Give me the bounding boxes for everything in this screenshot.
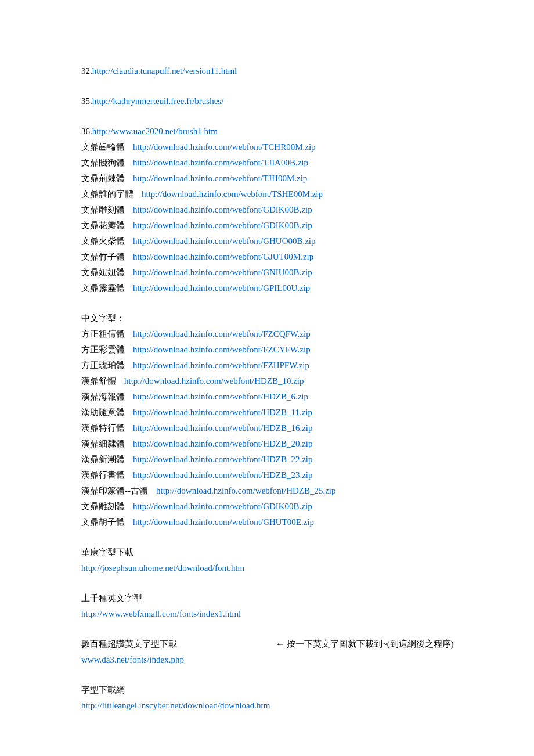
- font-row: 漢助隨意體http://download.hzinfo.com/webfont/…: [81, 405, 453, 420]
- heading-text: 數百種超讚英文字型下載: [81, 639, 177, 649]
- section-title: 數百種超讚英文字型下載← 按一下英文字圖就下載到~(到這網後之程序): [81, 637, 453, 651]
- font-label: 漢助隨意體: [81, 408, 125, 417]
- section-title: 中文字型：: [81, 311, 453, 326]
- url-link[interactable]: http://josephsun.uhome.net/download/font…: [81, 563, 244, 573]
- font-label: 漢鼎舒體: [81, 376, 116, 386]
- font-row: 文鼎雕刻體http://download.hzinfo.com/webfont/…: [81, 203, 453, 217]
- font-label: 漢鼎細隸體: [81, 439, 125, 448]
- url-link[interactable]: http://download.hzinfo.com/webfont/TJIJ0…: [133, 174, 307, 183]
- url-link[interactable]: http://download.hzinfo.com/webfont/HDZB_…: [156, 486, 336, 495]
- url-link[interactable]: http://download.hzinfo.com/webfont/TCHR0…: [133, 142, 316, 152]
- url-link[interactable]: http://download.hzinfo.com/webfont/GHUT0…: [133, 517, 314, 527]
- font-row: 文鼎火柴體http://download.hzinfo.com/webfont/…: [81, 234, 453, 249]
- url-link[interactable]: http://kathrynmerteuil.free.fr/brushes/: [92, 96, 224, 106]
- font-label: 文鼎竹子體: [81, 252, 125, 261]
- url-link[interactable]: http://download.hzinfo.com/webfont/HDZB_…: [133, 439, 313, 448]
- font-row: 文鼎誰的字體http://download.hzinfo.com/webfont…: [81, 187, 453, 201]
- url-link[interactable]: http://download.hzinfo.com/webfont/GDIK0…: [133, 502, 312, 511]
- font-row: 文鼎胡子體http://download.hzinfo.com/webfont/…: [81, 515, 453, 530]
- url-link[interactable]: http://download.hzinfo.com/webfont/TSHE0…: [142, 189, 323, 199]
- font-label: 方正琥珀體: [81, 361, 125, 370]
- font-label: 方正彩雲體: [81, 345, 125, 354]
- font-row: 漢鼎新潮體http://download.hzinfo.com/webfont/…: [81, 452, 453, 467]
- font-label: 文鼎胡子體: [81, 517, 125, 527]
- font-label: 文鼎誰的字體: [81, 189, 134, 199]
- number-label: 36.: [81, 127, 92, 136]
- url-link[interactable]: http://download.hzinfo.com/webfont/HDZB_…: [133, 455, 313, 464]
- number-label: 32.: [81, 66, 92, 75]
- font-row: 文鼎賤狗體http://download.hzinfo.com/webfont/…: [81, 156, 453, 170]
- url-link[interactable]: http://download.hzinfo.com/webfont/HDZB_…: [133, 423, 313, 433]
- font-row: 漢鼎海報體http://download.hzinfo.com/webfont/…: [81, 390, 453, 404]
- url-link[interactable]: http://littleangel.inscyber.net/download…: [81, 701, 270, 710]
- url-link[interactable]: http://download.hzinfo.com/webfont/GJUT0…: [133, 252, 313, 261]
- url-link[interactable]: http://download.hzinfo.com/webfont/HDZB_…: [124, 376, 304, 386]
- url-link[interactable]: http://download.hzinfo.com/webfont/GDIK0…: [133, 221, 312, 230]
- font-label: 漢鼎行書體: [81, 470, 125, 480]
- font-row: 漢鼎細隸體http://download.hzinfo.com/webfont/…: [81, 437, 453, 451]
- url-link[interactable]: http://claudia.tunapuff.net/version11.ht…: [92, 66, 237, 75]
- font-label: 文鼎火柴體: [81, 236, 125, 246]
- url-link[interactable]: http://download.hzinfo.com/webfont/GPIL0…: [133, 283, 310, 293]
- url-link[interactable]: http://www.uae2020.net/brush1.htm: [92, 127, 218, 136]
- font-label: 文鼎花瓣體: [81, 221, 125, 230]
- font-row: 文鼎雕刻體http://download.hzinfo.com/webfont/…: [81, 499, 453, 514]
- font-label: 漢鼎海報體: [81, 392, 125, 401]
- number-label: 35.: [81, 96, 92, 106]
- font-label: 漢鼎新潮體: [81, 455, 125, 464]
- url-link[interactable]: http://download.hzinfo.com/webfont/FZCYF…: [133, 345, 311, 354]
- url-row: www.da3.net/fonts/index.php: [81, 653, 453, 667]
- font-row: 方正粗倩體http://download.hzinfo.com/webfont/…: [81, 327, 453, 341]
- font-row: 文鼎霹靂體http://download.hzinfo.com/webfont/…: [81, 281, 453, 296]
- section-title: 字型下載網: [81, 683, 453, 697]
- heading-text: 字型下載網: [81, 685, 125, 694]
- url-row: http://www.webfxmall.com/fonts/index1.ht…: [81, 607, 453, 621]
- note-text: ← 按一下英文字圖就下載到~(到這網後之程序): [276, 639, 454, 649]
- font-row: 文鼎齒輪體http://download.hzinfo.com/webfont/…: [81, 140, 453, 154]
- heading-text: 華康字型下載: [81, 548, 134, 557]
- url-link[interactable]: http://download.hzinfo.com/webfont/FZHPF…: [133, 361, 309, 370]
- heading-text: 上千種英文字型: [81, 593, 142, 603]
- url-row: http://josephsun.uhome.net/download/font…: [81, 561, 453, 575]
- font-row: 文鼎花瓣體http://download.hzinfo.com/webfont/…: [81, 218, 453, 233]
- font-row: 方正彩雲體http://download.hzinfo.com/webfont/…: [81, 343, 453, 357]
- section-title: 上千種英文字型: [81, 591, 453, 606]
- font-row: 文鼎竹子體http://download.hzinfo.com/webfont/…: [81, 250, 453, 264]
- font-label: 文鼎雕刻體: [81, 205, 125, 214]
- font-label: 文鼎荊棘體: [81, 174, 125, 183]
- section-title: 華康字型下載: [81, 545, 453, 560]
- url-link[interactable]: http://download.hzinfo.com/webfont/GNIU0…: [133, 268, 312, 277]
- url-link[interactable]: http://download.hzinfo.com/webfont/FZCQF…: [133, 329, 311, 339]
- url-link[interactable]: http://download.hzinfo.com/webfont/HDZB_…: [133, 470, 313, 480]
- entry-32: 32.http://claudia.tunapuff.net/version11…: [81, 64, 453, 78]
- font-row: 文鼎妞妞體http://download.hzinfo.com/webfont/…: [81, 265, 453, 280]
- url-link[interactable]: http://download.hzinfo.com/webfont/GHUO0…: [133, 236, 316, 246]
- font-label: 文鼎賤狗體: [81, 158, 125, 167]
- entry-35: 35.http://kathrynmerteuil.free.fr/brushe…: [81, 94, 453, 109]
- font-row: 漢鼎特行體http://download.hzinfo.com/webfont/…: [81, 421, 453, 435]
- font-row: 文鼎荊棘體http://download.hzinfo.com/webfont/…: [81, 171, 453, 186]
- font-row: 漢鼎行書體http://download.hzinfo.com/webfont/…: [81, 468, 453, 483]
- font-label: 文鼎妞妞體: [81, 268, 125, 277]
- font-label: 漢鼎特行體: [81, 423, 125, 433]
- font-row: 漢鼎舒體http://download.hzinfo.com/webfont/H…: [81, 374, 453, 388]
- font-label: 漢鼎印篆體--古體: [81, 486, 148, 495]
- entry-36: 36.http://www.uae2020.net/brush1.htm: [81, 124, 453, 139]
- font-label: 文鼎齒輪體: [81, 142, 125, 152]
- heading-text: 中文字型：: [81, 314, 125, 323]
- font-row: 漢鼎印篆體--古體http://download.hzinfo.com/webf…: [81, 484, 453, 498]
- url-link[interactable]: http://www.webfxmall.com/fonts/index1.ht…: [81, 609, 241, 618]
- document-page: 32.http://claudia.tunapuff.net/version11…: [0, 0, 534, 756]
- url-row: http://littleangel.inscyber.net/download…: [81, 699, 453, 713]
- url-link[interactable]: http://download.hzinfo.com/webfont/GDIK0…: [133, 205, 312, 214]
- url-link[interactable]: http://download.hzinfo.com/webfont/TJIA0…: [133, 158, 308, 167]
- url-link[interactable]: http://download.hzinfo.com/webfont/HDZB_…: [133, 392, 308, 401]
- font-label: 方正粗倩體: [81, 329, 125, 339]
- url-link[interactable]: http://download.hzinfo.com/webfont/HDZB_…: [133, 408, 312, 417]
- url-link[interactable]: www.da3.net/fonts/index.php: [81, 655, 184, 664]
- font-label: 文鼎雕刻體: [81, 502, 125, 511]
- font-row: 方正琥珀體http://download.hzinfo.com/webfont/…: [81, 358, 453, 373]
- font-label: 文鼎霹靂體: [81, 283, 125, 293]
